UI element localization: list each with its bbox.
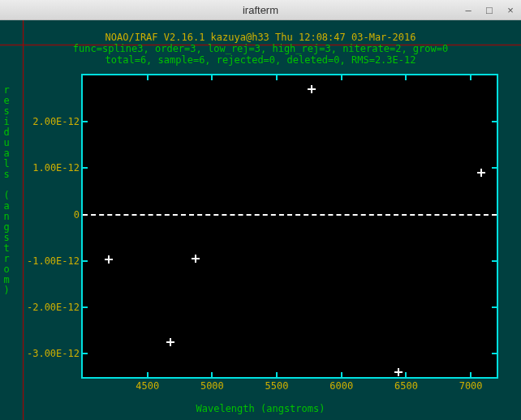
y-tick-label: 2.00E-12 — [19, 116, 80, 127]
zero-line — [83, 214, 497, 216]
data-point — [477, 169, 485, 177]
header-line-2: func=spline3, order=3, low_rej=3, high_r… — [0, 43, 521, 54]
minimize-icon[interactable]: – — [463, 4, 474, 15]
data-point — [308, 85, 316, 93]
y-axis-label: residuals (angstrom) — [2, 85, 11, 296]
header-block: NOAO/IRAF V2.16.1 kazuya@h33 Thu 12:08:4… — [0, 32, 521, 66]
header-line-1: NOAO/IRAF V2.16.1 kazuya@h33 Thu 12:08:4… — [0, 32, 521, 43]
x-axis-label: Wavelength (angstroms) — [0, 403, 521, 414]
data-point — [105, 255, 113, 264]
x-tick-label: 5000 — [200, 380, 224, 392]
x-tick-label: 4500 — [136, 380, 159, 392]
data-point — [166, 338, 174, 346]
y-tick-label: -3.00E-12 — [19, 348, 80, 359]
header-line-3: total=6, sample=6, rejected=0, deleted=0… — [0, 54, 521, 66]
x-tick-label: 5500 — [265, 380, 289, 392]
crosshair-vertical — [23, 20, 24, 420]
x-tick-label: 6500 — [394, 380, 418, 392]
x-tick-label: 7000 — [459, 380, 483, 392]
maximize-icon[interactable]: □ — [484, 4, 495, 15]
data-point — [394, 368, 403, 376]
y-tick-label: -1.00E-12 — [19, 255, 80, 267]
x-tick-label: 6000 — [329, 380, 353, 392]
window-titlebar: irafterm – □ × — [0, 0, 521, 20]
data-point — [192, 255, 200, 263]
close-icon[interactable]: × — [505, 4, 516, 15]
y-tick-label: -2.00E-12 — [19, 302, 80, 313]
y-tick-label: 1.00E-12 — [19, 162, 80, 174]
plot-area: 2.00E-121.00E-120-1.00E-12-2.00E-12-3.00… — [81, 74, 498, 379]
y-tick-label: 0 — [58, 209, 80, 221]
window-title: irafterm — [243, 4, 278, 16]
terminal-area: NOAO/IRAF V2.16.1 kazuya@h33 Thu 12:08:4… — [0, 20, 521, 420]
